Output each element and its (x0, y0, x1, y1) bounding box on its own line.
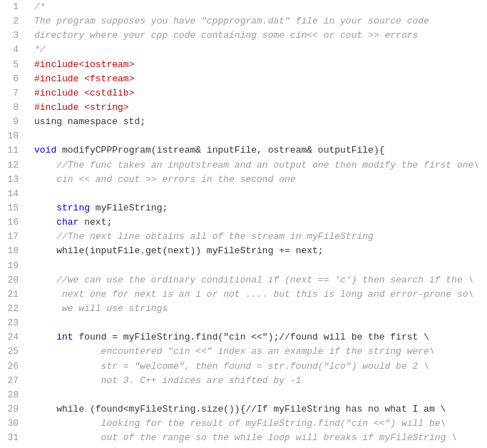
code-line: has no what I am looking for (34, 445, 487, 448)
line-number: 31 (6, 431, 19, 445)
line-number: 27 (6, 374, 19, 388)
code-token: cin << and cout >> errors in the second … (34, 174, 296, 185)
line-number: 26 (6, 360, 19, 374)
code-line: */ (34, 43, 487, 57)
line-number-gutter: 1234567891011121314151617181920212223242… (0, 0, 26, 448)
line-number: 7 (6, 86, 19, 101)
line-number: 5 (6, 58, 19, 72)
code-token: str = "welcome", then found = str.found(… (34, 361, 429, 372)
code-token: */ (34, 44, 46, 55)
code-token: #include (34, 59, 78, 70)
code-token: The program supposes you have "cppprogra… (34, 16, 429, 26)
line-number: 24 (6, 330, 19, 345)
code-token: next; (78, 217, 112, 228)
code-token: //The next line obtains all of the strea… (34, 231, 374, 242)
code-token: found = myFileString.find("cin <<");//fo… (73, 332, 429, 342)
code-token: myFileString; (90, 203, 168, 213)
code-line: we will use strings (34, 302, 487, 316)
line-number: 22 (6, 302, 19, 316)
code-token: <string> (84, 102, 128, 113)
line-number: 29 (6, 402, 19, 417)
line-number: 9 (6, 115, 19, 129)
line-number: 14 (6, 187, 19, 201)
code-token: string (56, 203, 90, 213)
line-number: 17 (6, 230, 19, 244)
code-line (34, 388, 487, 402)
line-number: 2 (6, 14, 19, 29)
line-number: 6 (6, 72, 19, 86)
code-line: void modifyCPPProgram(istream& inputFile… (34, 143, 487, 158)
code-token: encountered "cin <<" index as an example… (34, 346, 435, 357)
code-line: using namespace std; (34, 115, 487, 129)
line-number: 13 (6, 173, 19, 187)
code-token: directory where your cpp code containing… (34, 30, 418, 41)
line-number: 18 (6, 244, 19, 258)
line-number: 28 (6, 388, 19, 402)
code-line: not 3. C++ indices are shifted by -1 (34, 374, 487, 388)
code-token: <fstream> (84, 73, 134, 84)
line-number: 10 (6, 129, 19, 143)
code-token: #include (34, 102, 84, 113)
code-line: directory where your cpp code containing… (34, 29, 487, 43)
line-number: 15 (6, 201, 19, 215)
code-token: modifyCPPProgram(istream& inputFile, ost… (62, 145, 384, 156)
code-line (34, 129, 487, 143)
code-token: /* (34, 1, 46, 12)
code-token (34, 332, 56, 342)
code-line: char next; (34, 215, 487, 230)
code-line: while (found<myFileString.size()){//If m… (34, 402, 487, 417)
code-token: while (found<myFileString.size()){//If m… (34, 404, 446, 414)
code-content[interactable]: /*The program supposes you have "cppprog… (26, 0, 487, 448)
code-line: int found = myFileString.find("cin <<");… (34, 330, 487, 345)
code-token: out of the range so the while loop will … (34, 432, 457, 443)
code-token: #include (34, 88, 84, 98)
code-line: #include <string> (34, 101, 487, 115)
code-line: encountered "cin <<" index as an example… (34, 345, 487, 359)
code-line: looking for the result of myFileString.f… (34, 417, 487, 431)
code-line: //we can use the ordinary conditional if… (34, 273, 487, 287)
code-token (34, 203, 56, 213)
code-token: int (56, 332, 73, 342)
code-token: <cstdlib> (84, 88, 134, 98)
line-number: 20 (6, 273, 19, 287)
line-number: 12 (6, 158, 19, 173)
code-line: string myFileString; (34, 201, 487, 215)
code-line: //The func takes an inputstream and an o… (34, 158, 487, 173)
line-number: 32 (6, 445, 19, 448)
code-editor: 1234567891011121314151617181920212223242… (0, 0, 487, 448)
code-token: //The func takes an inputstream and an o… (34, 160, 479, 170)
code-token: looking for the result of myFileString.f… (34, 418, 446, 429)
code-line: while(inputFile.get(next)) myFileString … (34, 244, 487, 258)
code-line (34, 259, 487, 273)
code-token: next one for next is an i or not .... bu… (34, 289, 473, 300)
code-line (34, 187, 487, 201)
code-token: using namespace std; (34, 116, 145, 127)
line-number: 11 (6, 143, 19, 158)
code-token: <iostream> (78, 59, 134, 70)
code-line: next one for next is an i or not .... bu… (34, 287, 487, 302)
code-token: while(inputFile.get(next)) myFileString … (34, 245, 324, 256)
line-number: 4 (6, 43, 19, 57)
line-number: 19 (6, 259, 19, 273)
code-line (34, 316, 487, 330)
code-token: void (34, 145, 62, 156)
code-line: #include <fstream> (34, 72, 487, 86)
line-number: 21 (6, 287, 19, 302)
code-token: #include (34, 73, 84, 84)
code-line: out of the range so the while loop will … (34, 431, 487, 445)
code-line: /* (34, 0, 487, 14)
line-number: 3 (6, 29, 19, 43)
line-number: 30 (6, 417, 19, 431)
code-token: char (56, 217, 78, 228)
code-line: The program supposes you have "cppprogra… (34, 14, 487, 29)
line-number: 23 (6, 316, 19, 330)
line-number: 1 (6, 0, 19, 14)
code-line: #include <cstdlib> (34, 86, 487, 101)
code-line: cin << and cout >> errors in the second … (34, 173, 487, 187)
code-token (34, 217, 56, 228)
code-token: not 3. C++ indices are shifted by -1 (34, 375, 301, 386)
line-number: 8 (6, 101, 19, 115)
line-number: 16 (6, 215, 19, 230)
code-token: //we can use the ordinary conditional if… (34, 275, 473, 285)
code-line: #include<iostream> (34, 58, 487, 72)
